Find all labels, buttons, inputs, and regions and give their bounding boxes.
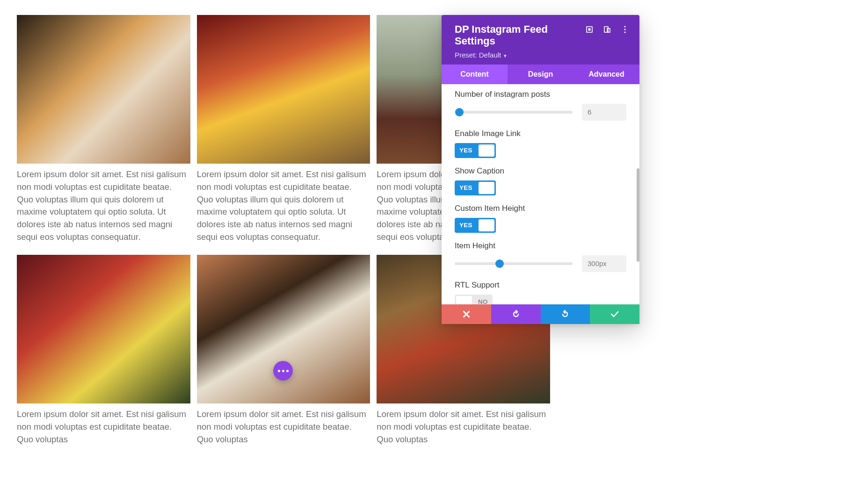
- field-label: Number of instagram posts: [455, 90, 626, 99]
- panel-title: DP Instagram Feed Settings: [455, 23, 576, 47]
- feed-image[interactable]: [197, 255, 370, 403]
- posts-value-input[interactable]: 6: [582, 104, 626, 121]
- redo-button[interactable]: [541, 304, 590, 324]
- svg-point-4: [624, 26, 625, 27]
- svg-rect-2: [604, 27, 608, 32]
- feed-item[interactable]: Lorem ipsum dolor sit amet. Est nisi gal…: [197, 15, 370, 244]
- custom-height-toggle[interactable]: YES: [455, 218, 496, 233]
- more-icon[interactable]: [621, 25, 629, 34]
- builder-fab-button[interactable]: [273, 361, 293, 381]
- tab-advanced[interactable]: Advanced: [573, 65, 639, 84]
- field-enable-image-link: Enable Image Link YES: [442, 129, 639, 158]
- chevron-down-icon: ▾: [504, 53, 507, 58]
- save-button[interactable]: [590, 304, 639, 324]
- cancel-button[interactable]: [442, 304, 491, 324]
- field-custom-item-height: Custom Item Height YES: [442, 204, 639, 233]
- field-label: Show Caption: [455, 166, 626, 176]
- feed-item[interactable]: Lorem ipsum dolor sit amet. Est nisi gal…: [197, 255, 370, 446]
- toggle-knob: [479, 144, 494, 157]
- feed-image[interactable]: [197, 15, 370, 164]
- svg-point-5: [624, 29, 625, 30]
- field-label: Custom Item Height: [455, 204, 626, 213]
- feed-image[interactable]: [17, 15, 190, 164]
- undo-button[interactable]: [491, 304, 541, 324]
- feed-item[interactable]: Lorem ipsum dolor sit amet. Est nisi gal…: [17, 255, 190, 446]
- panel-header[interactable]: DP Instagram Feed Settings: [442, 15, 639, 65]
- tab-design[interactable]: Design: [508, 65, 573, 84]
- toggle-knob: [479, 182, 494, 194]
- svg-rect-1: [588, 29, 591, 31]
- field-number-of-posts: Number of instagram posts 6: [442, 90, 639, 121]
- feed-caption: Lorem ipsum dolor sit amet. Est nisi gal…: [17, 408, 190, 446]
- field-label: RTL Support: [455, 281, 626, 290]
- dot-icon: [278, 370, 280, 372]
- item-height-slider[interactable]: [455, 262, 573, 265]
- preset-dropdown[interactable]: Preset: Default ▾: [455, 51, 629, 59]
- tab-content[interactable]: Content: [442, 65, 508, 84]
- enable-link-toggle[interactable]: YES: [455, 143, 496, 158]
- dot-icon: [286, 370, 289, 372]
- posts-slider[interactable]: [455, 111, 573, 114]
- field-label: Enable Image Link: [455, 129, 626, 138]
- svg-point-6: [624, 31, 625, 33]
- feed-caption: Lorem ipsum dolor sit amet. Est nisi gal…: [377, 408, 550, 446]
- toggle-knob: [456, 296, 472, 304]
- toggle-knob: [479, 219, 494, 231]
- field-item-height: Item Height 300px: [442, 241, 639, 272]
- panel-actions: [442, 304, 639, 324]
- expand-icon[interactable]: [585, 25, 594, 34]
- responsive-icon[interactable]: [603, 25, 611, 34]
- slider-thumb[interactable]: [455, 108, 464, 116]
- scrollbar[interactable]: [637, 168, 639, 262]
- rtl-toggle[interactable]: NO: [455, 295, 493, 304]
- field-label: Item Height: [455, 241, 626, 251]
- feed-image[interactable]: [17, 255, 190, 403]
- dot-icon: [282, 370, 284, 372]
- feed-caption: Lorem ipsum dolor sit amet. Est nisi gal…: [197, 408, 370, 446]
- svg-rect-3: [607, 29, 610, 32]
- field-show-caption: Show Caption YES: [442, 166, 639, 195]
- settings-panel: DP Instagram Feed Settings: [442, 15, 639, 324]
- slider-thumb[interactable]: [495, 259, 504, 268]
- panel-tabs: Content Design Advanced: [442, 65, 639, 84]
- feed-caption: Lorem ipsum dolor sit amet. Est nisi gal…: [197, 168, 370, 244]
- show-caption-toggle[interactable]: YES: [455, 180, 496, 195]
- feed-item[interactable]: Lorem ipsum dolor sit amet. Est nisi gal…: [17, 15, 190, 244]
- panel-body[interactable]: Number of instagram posts 6 Enable Image…: [442, 84, 639, 304]
- field-rtl-support: RTL Support NO: [442, 281, 639, 304]
- item-height-input[interactable]: 300px: [582, 255, 626, 272]
- feed-caption: Lorem ipsum dolor sit amet. Est nisi gal…: [17, 168, 190, 244]
